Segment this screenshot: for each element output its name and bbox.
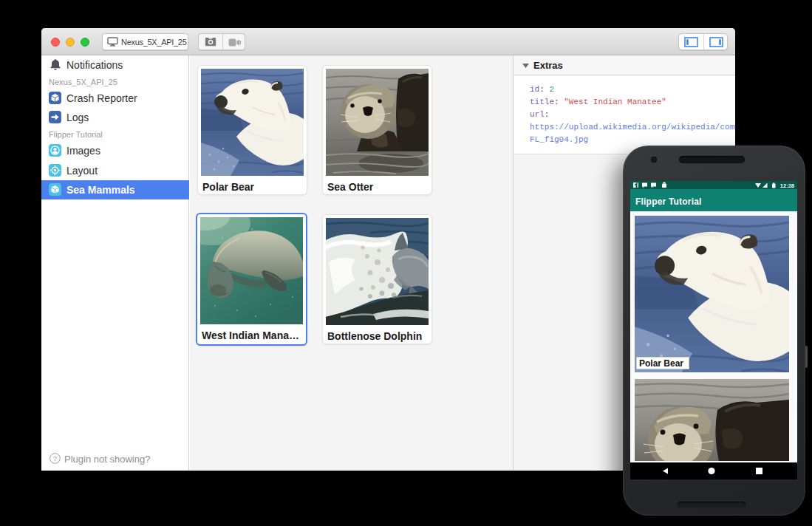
svg-text:?: ? bbox=[53, 454, 57, 462]
